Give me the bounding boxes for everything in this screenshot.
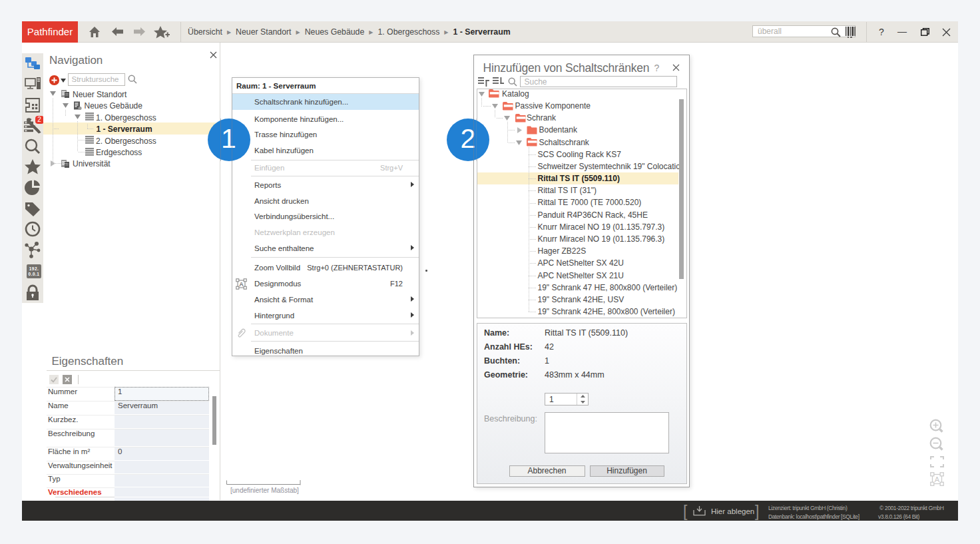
svg-text:A: A <box>935 475 940 483</box>
svg-text:A: A <box>239 281 244 288</box>
